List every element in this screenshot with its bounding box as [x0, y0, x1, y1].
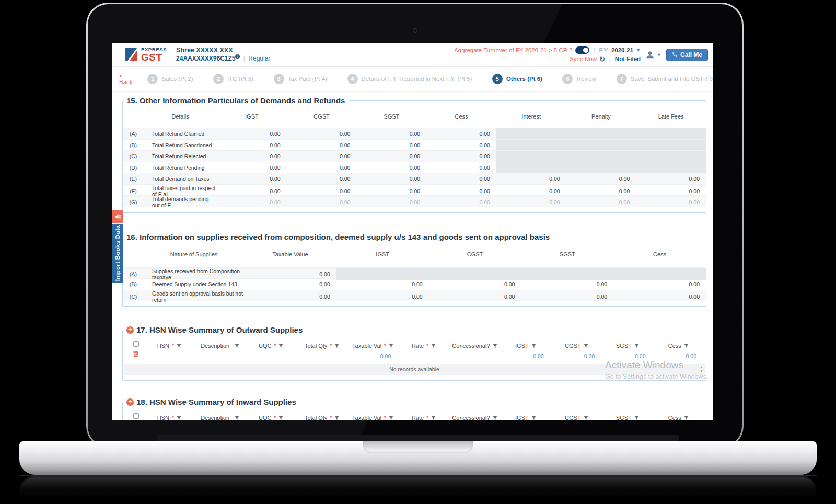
amount-cell[interactable]: 0.00: [287, 140, 357, 151]
chevron-down-icon[interactable]: ▼: [636, 46, 641, 55]
column-header: Description: [201, 343, 229, 349]
amount-cell[interactable]: 0.00: [356, 151, 426, 162]
user-icon[interactable]: [645, 50, 655, 60]
filter-icon[interactable]: [431, 416, 436, 420]
user-menu-caret-icon[interactable]: ▼: [657, 52, 661, 57]
amount-cell[interactable]: 0.00: [636, 173, 706, 184]
amount-cell[interactable]: 0.00: [244, 268, 336, 280]
filter-icon[interactable]: [584, 416, 588, 420]
step-details-fy[interactable]: 4 Details of F.Y. Reported in Next F.Y. …: [347, 74, 472, 84]
amount-cell[interactable]: 0.00: [613, 290, 706, 303]
amount-cell[interactable]: 0.00: [636, 185, 706, 197]
amount-cell[interactable]: 0.00: [217, 173, 287, 184]
step-sales[interactable]: 1 Sales (Pt 2): [147, 74, 193, 84]
amount-cell[interactable]: 0.00: [426, 185, 496, 197]
turnover-toggle[interactable]: [575, 46, 589, 54]
import-books-data-tab[interactable]: Import Books Data: [112, 224, 123, 283]
amount-cell[interactable]: 0.00: [426, 173, 496, 184]
column-header: Penalty: [566, 113, 636, 120]
filter-icon[interactable]: [235, 344, 239, 348]
amount-cell[interactable]: 0.00: [287, 162, 357, 173]
filter-icon[interactable]: [531, 416, 536, 420]
amount-cell[interactable]: 0.00: [426, 151, 496, 162]
amount-cell[interactable]: 0.00: [217, 140, 287, 151]
amount-cell[interactable]: 0.00: [244, 290, 336, 303]
column-header: Concessional?: [452, 343, 490, 349]
call-me-button[interactable]: Call Me: [666, 49, 708, 61]
amount-cell[interactable]: 0.00: [356, 173, 426, 184]
filter-icon[interactable]: [493, 344, 497, 348]
amount-cell[interactable]: 0.00: [287, 185, 357, 197]
filter-icon[interactable]: [177, 416, 181, 420]
column-header: SGST: [521, 251, 613, 257]
filter-icon[interactable]: [235, 416, 239, 420]
step-others-active[interactable]: 5 Others (Pt 6): [492, 74, 542, 84]
amount-cell[interactable]: 0.00: [566, 185, 636, 197]
info-icon[interactable]: i: [235, 54, 240, 59]
amount-cell[interactable]: 0.00: [613, 279, 706, 290]
amount-cell[interactable]: 0.00: [336, 279, 429, 290]
amount-cell[interactable]: 0.00: [521, 290, 613, 303]
amount-cell[interactable]: 0.00: [217, 162, 287, 173]
required-asterisk: *: [330, 415, 332, 420]
amount-cell[interactable]: 0.00: [356, 185, 426, 197]
filter-icon[interactable]: [493, 416, 497, 420]
announcement-icon[interactable]: [112, 210, 123, 223]
amount-cell[interactable]: 0.00: [521, 279, 613, 290]
back-link[interactable]: < Back: [119, 73, 135, 85]
amount-cell[interactable]: 0.00: [356, 140, 426, 151]
filter-icon[interactable]: [177, 344, 181, 348]
amount-cell[interactable]: 0.00: [426, 162, 496, 173]
amount-cell[interactable]: 0.00: [217, 128, 287, 139]
amount-cell[interactable]: 0.00: [566, 173, 636, 184]
scroll-spinner[interactable]: ▴▾: [700, 365, 702, 373]
filter-icon[interactable]: [389, 416, 393, 420]
fy-dropdown[interactable]: 2020-21: [611, 46, 633, 55]
amount-cell: 0.00: [636, 196, 706, 208]
step-save-submit[interactable]: 7 Save, Submit and File GSTR 9: [617, 74, 713, 84]
select-all-checkbox[interactable]: [133, 341, 139, 347]
amount-cell[interactable]: 0.00: [496, 173, 566, 184]
step-review[interactable]: 6 Review: [562, 74, 596, 84]
amount-cell[interactable]: 0.00: [287, 128, 357, 139]
column-total: 0.00: [551, 353, 602, 361]
table-row: (C) Goods sent on approval basis but not…: [123, 290, 706, 301]
add-row-icon[interactable]: +: [126, 326, 134, 334]
filter-icon[interactable]: [684, 416, 689, 420]
sync-now-link[interactable]: Sync Now: [570, 55, 597, 64]
delete-icon[interactable]: [133, 350, 139, 357]
column-header: CGST: [565, 343, 581, 349]
amount-cell[interactable]: 0.00: [217, 151, 287, 162]
amount-cell[interactable]: 0.00: [287, 173, 357, 184]
section-18-title: 18. HSN Wise Summary of Inward Supplies: [136, 397, 296, 406]
filter-icon[interactable]: [278, 416, 283, 420]
amount-cell[interactable]: 0.00: [426, 140, 496, 151]
filter-icon[interactable]: [278, 344, 283, 348]
filter-icon[interactable]: [684, 344, 689, 348]
amount-cell[interactable]: 0.00: [429, 290, 521, 303]
amount-cell[interactable]: 0.00: [429, 279, 521, 290]
amount-cell[interactable]: 0.00: [356, 128, 426, 139]
add-row-icon[interactable]: +: [126, 398, 134, 406]
amount-cell[interactable]: 0.00: [287, 151, 357, 162]
filter-icon[interactable]: [531, 344, 536, 348]
step-itc[interactable]: 2 ITC (Pt 3): [213, 74, 253, 84]
express-gst-logo[interactable]: EXPRESS GST: [124, 47, 167, 62]
amount-cell[interactable]: 0.00: [496, 185, 566, 197]
refresh-icon[interactable]: ↻: [599, 55, 605, 64]
amount-cell[interactable]: 0.00: [336, 290, 429, 303]
filter-icon[interactable]: [334, 344, 339, 348]
filter-icon[interactable]: [334, 416, 339, 420]
step-tax-paid[interactable]: 3 Tax Paid (Pt 4): [274, 74, 327, 84]
filter-icon[interactable]: [634, 416, 639, 420]
filter-icon[interactable]: [431, 344, 436, 348]
amount-cell[interactable]: 0.00: [217, 185, 287, 197]
step-label: Tax Paid (Pt 4): [288, 76, 327, 82]
filter-icon[interactable]: [634, 344, 639, 348]
amount-cell[interactable]: 0.00: [356, 162, 426, 173]
amount-cell[interactable]: 0.00: [426, 128, 496, 139]
select-all-checkbox[interactable]: [133, 413, 139, 419]
filter-icon[interactable]: [584, 344, 588, 348]
filter-icon[interactable]: [389, 344, 393, 348]
amount-cell[interactable]: 0.00: [244, 279, 336, 290]
